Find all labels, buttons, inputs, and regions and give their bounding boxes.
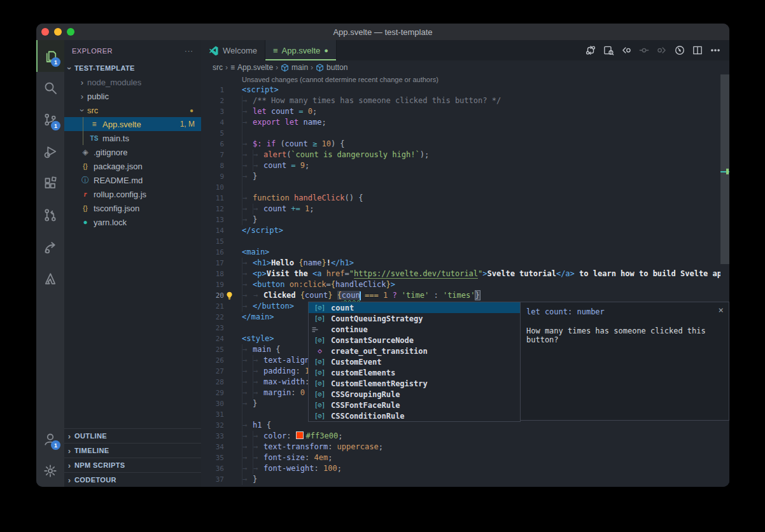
code-line-37[interactable]: 37→} [201,474,729,485]
suggest-item-create_out_transition[interactable]: ◇create_out_transition [309,346,520,356]
suggest-item-count[interactable]: [⊘]count [309,302,520,313]
code-line-10[interactable]: 10 [201,182,729,193]
activity-run-debug-icon[interactable] [36,136,64,167]
line-content: →/** How many times has someone clicked … [242,95,501,106]
code-line-8[interactable]: 8→→count = 9; [201,160,729,171]
code-line-12[interactable]: 12→→count += 1; [201,204,729,214]
code-line-4[interactable]: 4→export let name; [201,117,729,128]
line-number: 29 [201,388,224,398]
code-line-5[interactable]: 5 [201,128,729,139]
close-icon[interactable]: × [719,305,724,315]
code-line-20[interactable]: 20→→Clicked {count} {coun === 1 ? 'time'… [201,290,729,301]
activity-settings-icon[interactable] [36,455,64,487]
lightbulb-icon[interactable] [225,291,234,300]
code-line-11[interactable]: 11→function handleClick() { [201,193,729,204]
code-line-16[interactable]: 16<main> [201,247,729,258]
open-changes-icon[interactable] [583,43,598,58]
glyph-margin [224,474,242,485]
code-line-7[interactable]: 7→→alert(`count is dangerously high!`); [201,150,729,160]
glyph-margin [224,106,242,117]
tab-app-svelte[interactable]: ≡App.svelte● [265,40,337,60]
section-label: NPM SCRIPTS [74,461,125,469]
file-tree: ›node_modules›public›src●≡App.svelte1, M… [64,75,201,428]
suggest-item-cssgroupingrule[interactable]: [⊘]CSSGroupingRule [309,389,520,400]
tree-item-src[interactable]: ›src● [64,103,201,117]
activity-source-control-icon[interactable]: 1 [36,104,64,136]
suggest-item-customelementregistry[interactable]: [⊘]CustomElementRegistry [309,378,520,389]
tree-item--gitignore[interactable]: ◈.gitignore [64,145,201,159]
activity-github-pr-icon[interactable] [36,199,64,231]
tree-root-test-template[interactable]: › TEST-TEMPLATE [64,61,201,75]
activity-live-share-icon[interactable] [36,231,64,263]
activity-azure-icon[interactable] [36,263,64,295]
tree-item-node-modules[interactable]: ›node_modules [64,75,201,89]
code-line-18[interactable]: 18→<p>Visit the <a href="https://svelte.… [201,269,729,279]
line-content: →function handleClick() { [242,193,363,204]
tree-item-app-svelte[interactable]: ≡App.svelte1, M [64,117,201,131]
glyph-margin [224,301,242,312]
activity-search-icon[interactable] [36,72,64,104]
tab-welcome[interactable]: Welcome [201,40,265,60]
code-line-15[interactable]: 15 [201,236,729,247]
breadcrumb-main[interactable]: main [281,63,308,72]
suggest-item-cssconditionrule[interactable]: [⊘]CSSConditionRule [309,410,520,421]
tree-item-readme-md[interactable]: ⓘREADME.md [64,173,201,187]
section-codetour[interactable]: ›CODETOUR [64,472,201,487]
suggest-item-constantsourcenode[interactable]: [⊘]ConstantSourceNode [309,335,520,346]
code-line-14[interactable]: 14</script> [201,225,729,236]
explorer-more-actions[interactable]: ··· [185,47,193,55]
suggest-item-cssfontfacerule[interactable]: [⊘]CSSFontFaceRule [309,400,520,410]
glyph-margin [224,214,242,225]
chevron-right-icon: › [64,475,74,485]
code-line-9[interactable]: 9→} [201,171,729,182]
section-npm-scripts[interactable]: ›NPM SCRIPTS [64,458,201,472]
open-preview-icon[interactable] [601,43,616,58]
indent-guide: → [242,452,253,463]
code-line-35[interactable]: 35→→font-size: 4em; [201,452,729,463]
breadcrumb-button[interactable]: button [316,63,347,72]
glyph-margin [224,117,242,128]
code-line-17[interactable]: 17→<h1>Hello {name}!</h1> [201,258,729,269]
breadcrumb-src[interactable]: src [213,63,223,72]
activity-explorer-icon[interactable]: 1 [36,40,64,72]
code-line-6[interactable]: 6→$: if (count ≥ 10) { [201,139,729,150]
glyph-margin [224,204,242,214]
section-timeline[interactable]: ›TIMELINE [64,443,201,458]
suggest-item-customelements[interactable]: [⊘]customElements [309,367,520,378]
more-actions-icon[interactable] [708,43,723,58]
tree-item-rollup-config-js[interactable]: rrollup.config.js [64,187,201,201]
activity-account-icon[interactable]: 1 [36,423,64,455]
line-number: 3 [201,106,224,117]
code-line-13[interactable]: 13→} [201,214,729,225]
current-change-icon[interactable] [636,43,652,58]
code-line-34[interactable]: 34→→text-transform: uppercase; [201,442,729,452]
section-outline[interactable]: ›OUTLINE [64,428,201,443]
code-line-1[interactable]: 1<script> [201,85,729,95]
tree-item-package-json[interactable]: {}package.json [64,159,201,173]
code-line-33[interactable]: 33→→color: #ff3e00; [201,431,729,442]
breadcrumb-label: button [326,63,347,72]
suggest-item-countqueuingstrategy[interactable]: [⊘]CountQueuingStrategy [309,313,520,324]
suggest-item-customevent[interactable]: [⊘]CustomEvent [309,356,520,367]
breadcrumb-app-svelte[interactable]: ≡App.svelte [230,63,273,72]
tree-item-yarn-lock[interactable]: ●yarn.lock [64,215,201,229]
split-editor-icon[interactable] [690,43,705,58]
code-line-3[interactable]: 3→let count = 0; [201,106,729,117]
code-line-36[interactable]: 36→→font-weight: 100; [201,463,729,474]
editor-content[interactable]: Unsaved changes (cannot determine recent… [201,74,729,487]
previous-change-icon[interactable] [619,43,634,58]
tree-item-public[interactable]: ›public [64,89,201,103]
file-annotations-icon[interactable] [672,43,687,58]
line-content: →} [242,398,257,409]
badge: 1 [51,440,60,450]
tree-item-tsconfig-json[interactable]: {}tsconfig.json [64,201,201,215]
code-line-19[interactable]: 19→<button on:click={handleClick}> [201,279,729,290]
suggest-item-continue[interactable]: continue [309,324,520,335]
tree-item-main-ts[interactable]: TSmain.ts [64,131,201,145]
scrollbar[interactable] [720,74,729,487]
next-change-icon[interactable] [654,43,670,58]
activity-extensions-icon[interactable] [36,167,64,199]
line-content: →→text-transform: uppercase; [242,442,383,452]
code-line-2[interactable]: 2→/** How many times has someone clicked… [201,95,729,106]
color-swatch[interactable] [296,431,304,439]
